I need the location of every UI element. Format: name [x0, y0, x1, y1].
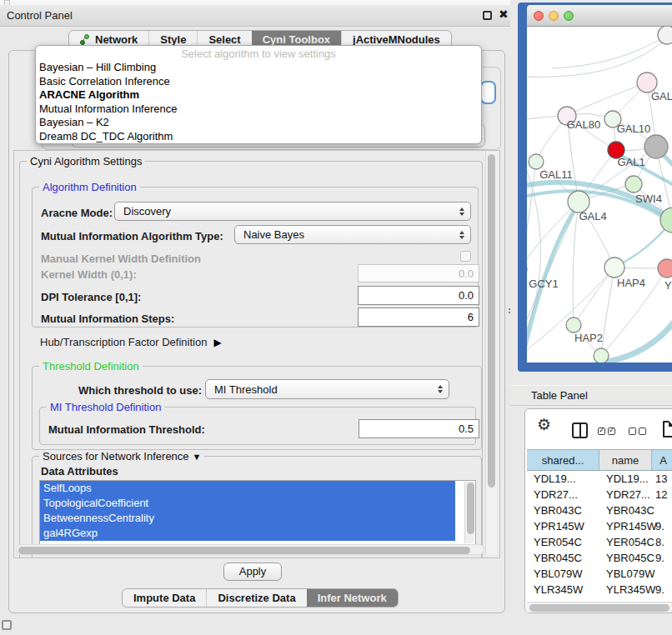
attributes-scrollbar-thumb[interactable]	[467, 482, 474, 534]
hub-definition-toggle[interactable]: Hub/Transcription Factor Definition▶	[40, 336, 222, 348]
apply-button[interactable]: Apply	[223, 562, 282, 581]
table-row[interactable]: YPR145WYPR145W9.	[527, 518, 672, 534]
spinner-icon	[459, 208, 464, 216]
attribute-item-selfloops[interactable]: SelfLoops	[40, 481, 455, 496]
expand-right-icon: ▶	[213, 337, 221, 348]
settings-vertical-scrollbar	[485, 152, 497, 555]
table-cell: 13	[652, 471, 672, 487]
bottom-tab-infer-network[interactable]: Infer Network	[307, 589, 398, 607]
network-window-titlebar[interactable]	[527, 5, 672, 27]
table-cell: YDR27...	[599, 487, 652, 502]
panel-minimize-icon[interactable]	[2, 620, 12, 630]
mi-threshold-input[interactable]	[359, 419, 479, 438]
dropdown-item-mutual-information-inference[interactable]: Mutual Information Inference	[36, 102, 481, 117]
table-cell: 9.	[652, 518, 672, 534]
column-header-a[interactable]: A	[652, 450, 672, 471]
network-node-label: GAL10	[617, 122, 650, 135]
kernel-width-input[interactable]	[358, 264, 479, 282]
hub-definition-label: Hub/Transcription Factor Definition	[40, 336, 207, 348]
table-row[interactable]: YDL19...YDL19...13	[527, 471, 672, 487]
table-cell: YBR045C	[527, 550, 599, 566]
select-all-checkboxes-icon[interactable]	[598, 428, 615, 435]
float-panel-icon[interactable]	[483, 11, 492, 20]
bottom-tab-discretize-data[interactable]: Discretize Data	[206, 589, 306, 607]
network-node[interactable]	[658, 27, 672, 44]
algorithm-dropdown-placeholder: Select algorithm to view settings	[36, 47, 481, 61]
dropdown-item-basic-correlation-inference[interactable]: Basic Correlation Inference	[36, 75, 481, 89]
dropdown-item-aracne-algorithm[interactable]: ARACNE Algorithm	[36, 88, 481, 102]
algorithm-definition-group: Algorithm Definition Aracne Mode: Discov…	[32, 187, 479, 328]
attribute-item-gal4rgexp[interactable]: gal4RGexp	[40, 526, 455, 541]
attribute-item-betweennesscentrality[interactable]: BetweennessCentrality	[40, 511, 455, 526]
dropdown-item-bayesian-k2[interactable]: Bayesian – K2	[36, 116, 481, 130]
algorithm-dropdown-popup: Select algorithm to view settings Bayesi…	[35, 45, 482, 144]
cyni-bottom-tabbar: Impute DataDiscretize DataInfer Network	[122, 588, 399, 608]
network-view-window: GAL7GAL80GAL10GAL1GAL11SWI4GAL4YHAP4GCY1…	[518, 2, 672, 372]
which-threshold-value: MI Threshold	[214, 383, 278, 396]
bottom-tab-label: Impute Data	[133, 592, 195, 604]
bottom-tab-impute-data[interactable]: Impute Data	[123, 589, 206, 607]
mi-threshold-label: Mutual Information Threshold:	[48, 423, 205, 436]
deselect-all-checkboxes-icon[interactable]	[629, 428, 646, 435]
split-columns-icon[interactable]	[572, 422, 588, 438]
focused-combo-fragment[interactable]	[480, 81, 496, 104]
aracne-mode-value: Discovery	[123, 205, 171, 218]
manual-kernel-checkbox[interactable]	[460, 251, 471, 262]
network-edge	[567, 82, 647, 116]
column-header-name[interactable]: name	[599, 450, 652, 471]
table-cell: YLR345W	[527, 582, 599, 598]
sources-group-title[interactable]: Sources for Network Inference▼	[39, 450, 204, 462]
mi-steps-input[interactable]	[358, 308, 479, 327]
table-horizontal-scrollbar-thumb[interactable]	[529, 604, 669, 612]
network-node[interactable]	[644, 135, 668, 158]
column-header-shared[interactable]: shared...	[527, 450, 599, 471]
network-node-gal11[interactable]	[529, 154, 544, 169]
dropdown-item-dream8-dc-tdc-algorithm[interactable]: Dream8 DC_TDC Algorithm	[36, 130, 481, 144]
network-node-hap4[interactable]	[604, 258, 624, 278]
mi-type-combo[interactable]: Naive Bayes	[234, 225, 471, 244]
network-canvas[interactable]: GAL7GAL80GAL10GAL1GAL11SWI4GAL4YHAP4GCY1…	[527, 27, 672, 362]
control-panel-title: Control Panel	[7, 9, 73, 22]
which-threshold-combo[interactable]: MI Threshold	[205, 379, 449, 399]
settings-vertical-scrollbar-thumb[interactable]	[488, 154, 495, 488]
table-row[interactable]: YBR043CYBR043C	[527, 502, 672, 518]
table-row[interactable]: YLR345WYLR345W9.	[527, 582, 672, 598]
table-cell: YBL079W	[527, 566, 599, 582]
cyni-settings-scrollpane: Cyni Algorithm Settings Algorithm Defini…	[13, 150, 500, 558]
network-node-hap2[interactable]	[566, 318, 581, 332]
aracne-mode-combo[interactable]: Discovery	[114, 202, 471, 221]
close-panel-icon[interactable]: ✖	[499, 8, 509, 21]
network-edge	[552, 35, 667, 68]
settings-gear-icon[interactable]: ⚙	[537, 415, 551, 434]
table-row[interactable]: YDR27...YDR27...12	[527, 487, 672, 502]
document-icon[interactable]	[663, 421, 672, 438]
network-node-label: GAL11	[539, 168, 573, 181]
table-cell: YBR043C	[599, 502, 652, 518]
table-header-row: shared...nameA	[527, 449, 672, 471]
table-cell: YER054C	[527, 534, 599, 550]
network-node-label: GCY1	[529, 278, 558, 290]
network-node-y[interactable]	[658, 259, 672, 278]
window-minimize-icon[interactable]	[549, 11, 559, 21]
table-row[interactable]: YER054CYER054C8.	[527, 534, 672, 550]
window-zoom-icon[interactable]	[564, 11, 574, 21]
settings-horizontal-scrollbar-thumb[interactable]	[18, 547, 470, 554]
table-row[interactable]: YBR045CYBR045C9.	[527, 550, 672, 566]
attributes-scrollbar	[464, 482, 474, 543]
dpi-tolerance-label: DPI Tolerance [0,1]:	[41, 291, 141, 303]
network-node[interactable]	[594, 348, 609, 362]
attribute-item-topologicalcoefficient[interactable]: TopologicalCoefficient	[40, 496, 455, 511]
network-icon	[80, 34, 91, 45]
network-edge	[573, 202, 579, 325]
table-toolbar: ⚙	[525, 409, 672, 448]
tab-label: jActiveMNodules	[353, 33, 440, 46]
splitter-handle[interactable]	[508, 308, 513, 314]
dropdown-item-bayesian-hill-climbing[interactable]: Bayesian – Hill Climbing	[36, 61, 481, 75]
network-node-swi4[interactable]	[625, 176, 642, 192]
tab-label: Select	[208, 33, 240, 46]
network-node-label: GAL4	[579, 210, 606, 222]
aracne-mode-label: Aracne Mode:	[41, 207, 113, 219]
dpi-tolerance-input[interactable]	[358, 286, 479, 305]
table-row[interactable]: YBL079WYBL079W	[527, 566, 672, 582]
window-close-icon[interactable]	[534, 11, 544, 21]
